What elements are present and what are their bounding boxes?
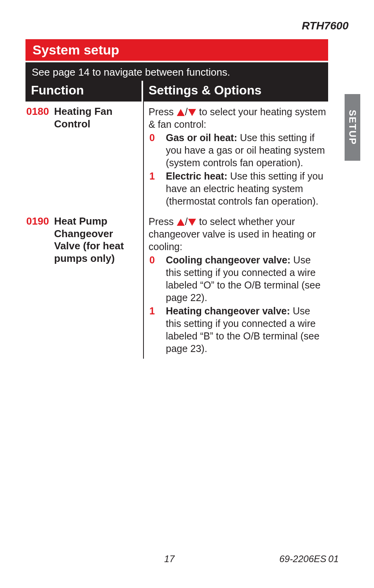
section-title: System setup [25, 39, 328, 61]
table-row: 0190 Heat Pump Changeover Valve (for hea… [25, 211, 328, 359]
arrow-down-icon [188, 109, 196, 116]
option-row: 1 Electric heat: Use this setting if you… [149, 170, 327, 207]
option-number: 0 [149, 131, 166, 144]
col-header-function: Function [25, 81, 143, 102]
nav-note: See page 14 to navigate between function… [25, 62, 328, 81]
table-header-row: Function Settings & Options [25, 81, 328, 102]
option-body: Electric heat: Use this setting if you h… [166, 170, 327, 207]
option-title: Cooling changeover valve: [166, 254, 290, 265]
option-body: Heating changeover valve: Use this setti… [166, 305, 327, 355]
option-number: 1 [149, 170, 166, 182]
col-header-settings: Settings & Options [143, 81, 328, 102]
option-row: 0 Cooling changeover valve: Use this set… [149, 254, 327, 304]
model-number: RTH7600 [25, 20, 349, 32]
function-code: 0180 [26, 105, 49, 118]
doc-number: 69-2206ES 01 [279, 554, 339, 564]
option-body: Gas or oil heat: Use this setting if you… [166, 131, 327, 169]
function-cell: 0180 Heating Fan Control [25, 102, 143, 211]
option-title: Electric heat: [166, 171, 227, 181]
settings-intro: Press / to select whether your changeove… [149, 215, 327, 253]
table-row: 0180 Heating Fan Control Press / to sele… [25, 102, 328, 211]
function-cell: 0190 Heat Pump Changeover Valve (for hea… [25, 211, 143, 359]
settings-cell: Press / to select whether your changeove… [143, 211, 328, 359]
option-row: 0 Gas or oil heat: Use this setting if y… [149, 131, 327, 169]
option-number: 0 [149, 254, 166, 266]
arrow-up-icon [177, 219, 185, 226]
page-footer: 17 69-2206ES 01 [0, 554, 374, 564]
function-name: Heating Fan Control [52, 105, 136, 130]
option-body: Cooling changeover valve: Use this setti… [166, 254, 327, 304]
function-name: Heat Pump Changeover Valve (for heat pum… [52, 215, 136, 265]
side-tab-setup: SETUP [345, 94, 360, 161]
option-title: Gas or oil heat: [166, 132, 237, 143]
option-number: 1 [149, 305, 166, 317]
option-title: Heating changeover valve: [166, 305, 290, 316]
arrow-down-icon [188, 219, 196, 226]
table-body: 0180 Heating Fan Control Press / to sele… [25, 102, 328, 359]
intro-pre: Press [149, 106, 176, 117]
arrow-up-icon [177, 109, 185, 116]
settings-intro: Press / to select your heating system & … [149, 105, 327, 131]
settings-cell: Press / to select your heating system & … [143, 102, 328, 211]
intro-pre: Press [149, 216, 176, 227]
option-row: 1 Heating changeover valve: Use this set… [149, 305, 327, 355]
function-code: 0190 [26, 215, 49, 228]
